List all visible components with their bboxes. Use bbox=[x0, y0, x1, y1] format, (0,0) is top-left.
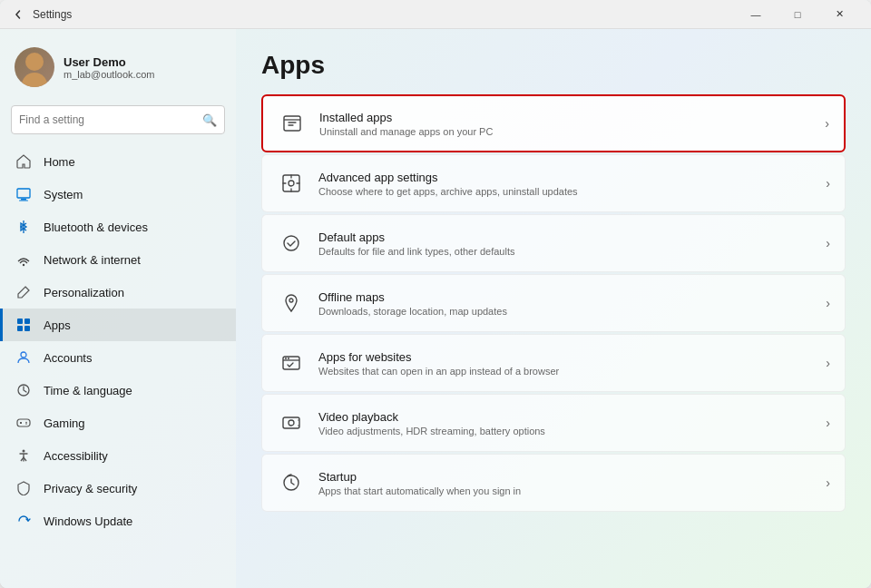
user-name: User Demo bbox=[64, 55, 154, 69]
svg-point-27 bbox=[289, 420, 294, 426]
search-container: 🔍 bbox=[0, 102, 236, 145]
settings-item-startup[interactable]: Startup Apps that start automatically wh… bbox=[261, 454, 846, 512]
page-title: Apps bbox=[261, 51, 846, 80]
svg-rect-6 bbox=[24, 318, 30, 324]
apps-icon bbox=[15, 316, 33, 334]
advanced-app-settings-title: Advanced app settings bbox=[318, 171, 826, 184]
apps-for-websites-title: Apps for websites bbox=[318, 350, 826, 364]
offline-maps-chevron: › bbox=[826, 296, 830, 310]
sidebar-item-accounts[interactable]: Accounts bbox=[0, 341, 236, 374]
titlebar: Settings — □ ✕ bbox=[0, 0, 871, 29]
close-button[interactable]: ✕ bbox=[818, 0, 860, 29]
default-apps-desc: Defaults for file and link types, other … bbox=[318, 246, 826, 257]
settings-item-advanced-app-settings[interactable]: Advanced app settings Choose where to ge… bbox=[261, 154, 846, 212]
settings-list: Installed apps Uninstall and manage apps… bbox=[261, 94, 846, 512]
sidebar-item-system-label: System bbox=[44, 188, 83, 201]
sidebar-item-personalization[interactable]: Personalization bbox=[0, 276, 236, 309]
search-input[interactable] bbox=[19, 113, 202, 126]
settings-window: Settings — □ ✕ User Demo m_lab@outlook.c… bbox=[0, 0, 871, 588]
svg-rect-7 bbox=[17, 326, 23, 331]
home-icon bbox=[15, 152, 33, 171]
sidebar-item-home[interactable]: Home bbox=[0, 145, 236, 178]
startup-desc: Apps that start automatically when you s… bbox=[318, 485, 826, 496]
svg-rect-26 bbox=[283, 417, 299, 428]
default-apps-icon bbox=[277, 229, 306, 258]
settings-item-apps-for-websites[interactable]: Apps for websites Websites that can open… bbox=[261, 334, 846, 392]
svg-rect-0 bbox=[17, 189, 30, 198]
sidebar-item-apps[interactable]: Apps bbox=[0, 309, 236, 341]
sidebar-item-apps-label: Apps bbox=[44, 318, 71, 332]
sidebar-item-time-label: Time & language bbox=[44, 384, 132, 397]
svg-rect-2 bbox=[19, 201, 28, 201]
sidebar-item-network[interactable]: Network & internet bbox=[0, 243, 236, 276]
default-apps-title: Default apps bbox=[318, 230, 826, 244]
installed-apps-title: Installed apps bbox=[319, 111, 825, 124]
installed-apps-chevron: › bbox=[825, 116, 829, 131]
settings-item-video-playback[interactable]: Video playback Video adjustments, HDR st… bbox=[261, 394, 846, 452]
advanced-app-settings-chevron: › bbox=[826, 176, 830, 191]
svg-rect-8 bbox=[24, 326, 30, 331]
video-playback-text: Video playback Video adjustments, HDR st… bbox=[318, 410, 826, 436]
privacy-icon bbox=[15, 479, 33, 497]
settings-item-offline-maps[interactable]: Offline maps Downloads, storage location… bbox=[261, 274, 846, 332]
sidebar-item-privacy-label: Privacy & security bbox=[44, 482, 137, 495]
svg-point-16 bbox=[25, 423, 27, 425]
content-area: Apps Installed apps Uninstall and manage… bbox=[236, 29, 871, 588]
svg-rect-1 bbox=[21, 199, 26, 201]
windows-update-icon bbox=[15, 512, 33, 530]
time-icon bbox=[15, 381, 33, 399]
network-icon bbox=[15, 250, 33, 269]
sidebar-item-accessibility-label: Accessibility bbox=[44, 449, 108, 463]
offline-maps-text: Offline maps Downloads, storage location… bbox=[318, 290, 826, 317]
startup-title: Startup bbox=[318, 470, 826, 484]
installed-apps-desc: Uninstall and manage apps on your PC bbox=[319, 126, 825, 137]
sidebar-item-accounts-label: Accounts bbox=[44, 351, 92, 365]
default-apps-chevron: › bbox=[826, 236, 830, 250]
apps-for-websites-desc: Websites that can open in an app instead… bbox=[318, 366, 826, 377]
settings-item-default-apps[interactable]: Default apps Defaults for file and link … bbox=[261, 214, 846, 272]
sidebar-item-gaming-label: Gaming bbox=[44, 416, 85, 430]
personalization-icon bbox=[15, 283, 33, 301]
apps-for-websites-text: Apps for websites Websites that can open… bbox=[318, 350, 826, 377]
svg-point-9 bbox=[21, 352, 26, 358]
sidebar-item-network-label: Network & internet bbox=[44, 253, 141, 267]
minimize-button[interactable]: — bbox=[735, 0, 777, 29]
advanced-app-settings-text: Advanced app settings Choose where to ge… bbox=[318, 171, 826, 197]
gaming-icon bbox=[15, 414, 33, 432]
svg-point-22 bbox=[289, 299, 293, 302]
apps-for-websites-icon bbox=[277, 348, 306, 377]
sidebar-item-accessibility[interactable]: Accessibility bbox=[0, 439, 236, 472]
search-icon: 🔍 bbox=[202, 113, 217, 127]
sidebar-item-time[interactable]: Time & language bbox=[0, 374, 236, 407]
settings-item-installed-apps[interactable]: Installed apps Uninstall and manage apps… bbox=[261, 94, 846, 152]
sidebar: User Demo m_lab@outlook.com 🔍 bbox=[0, 29, 236, 588]
sidebar-item-bluetooth[interactable]: Bluetooth & devices bbox=[0, 211, 236, 243]
sidebar-item-bluetooth-label: Bluetooth & devices bbox=[44, 220, 148, 234]
offline-maps-title: Offline maps bbox=[318, 290, 826, 304]
installed-apps-text: Installed apps Uninstall and manage apps… bbox=[319, 111, 825, 137]
user-info: User Demo m_lab@outlook.com bbox=[64, 55, 154, 80]
advanced-app-settings-desc: Choose where to get apps, archive apps, … bbox=[318, 186, 826, 197]
apps-for-websites-chevron: › bbox=[826, 356, 830, 370]
back-button[interactable] bbox=[11, 7, 25, 22]
sidebar-item-system[interactable]: System bbox=[0, 178, 236, 211]
video-playback-icon bbox=[277, 408, 306, 437]
startup-icon bbox=[277, 468, 306, 497]
installed-apps-icon bbox=[278, 109, 307, 138]
svg-point-24 bbox=[285, 358, 287, 359]
search-box[interactable]: 🔍 bbox=[11, 105, 225, 134]
sidebar-item-personalization-label: Personalization bbox=[44, 286, 124, 299]
avatar bbox=[15, 47, 54, 87]
sidebar-item-privacy[interactable]: Privacy & security bbox=[0, 472, 236, 505]
user-profile[interactable]: User Demo m_lab@outlook.com bbox=[0, 38, 236, 102]
startup-chevron: › bbox=[826, 475, 830, 490]
svg-rect-18 bbox=[284, 116, 300, 131]
sidebar-item-gaming[interactable]: Gaming bbox=[0, 407, 236, 439]
svg-point-4 bbox=[23, 264, 24, 266]
svg-rect-11 bbox=[17, 419, 30, 426]
sidebar-item-windows-update[interactable]: Windows Update bbox=[0, 505, 236, 537]
sidebar-item-home-label: Home bbox=[44, 155, 75, 169]
maximize-button[interactable]: □ bbox=[777, 0, 818, 29]
svg-point-25 bbox=[288, 358, 289, 359]
system-icon bbox=[15, 185, 33, 203]
